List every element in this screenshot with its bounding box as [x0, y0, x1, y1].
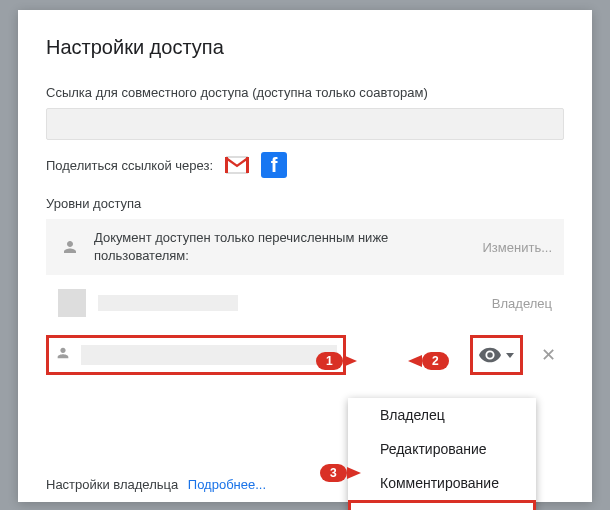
visibility-row: Документ доступен только перечисленным н… — [46, 219, 564, 275]
person-icon — [58, 235, 82, 259]
dialog-title: Настройки доступа — [46, 36, 564, 59]
owner-role-label: Владелец — [492, 296, 552, 311]
remove-button[interactable]: ✕ — [541, 344, 556, 366]
people-input-field[interactable] — [81, 345, 337, 365]
avatar — [58, 289, 86, 317]
permission-dropdown-menu: Владелец Редактирование Комментирование … — [348, 398, 536, 510]
menu-item-view[interactable]: ✓ Просмотр — [348, 500, 536, 510]
menu-item-comment[interactable]: Комментирование — [348, 466, 536, 500]
callout-2: 2 — [408, 352, 449, 370]
share-link-field[interactable] — [46, 108, 564, 140]
eye-icon — [479, 347, 501, 363]
owner-name-redacted — [98, 295, 238, 311]
learn-more-link[interactable]: Подробнее... — [188, 477, 266, 492]
callout-3: 3 — [320, 464, 361, 482]
person-icon — [55, 345, 73, 365]
chevron-down-icon — [506, 353, 514, 358]
visibility-text: Документ доступен только перечисленным н… — [94, 229, 483, 265]
gmail-icon[interactable] — [225, 156, 249, 174]
permission-dropdown-button[interactable] — [470, 335, 523, 375]
owner-row: Владелец — [46, 277, 564, 329]
callout-1: 1 — [316, 352, 357, 370]
facebook-icon[interactable]: f — [261, 152, 287, 178]
change-link[interactable]: Изменить... — [483, 240, 552, 255]
add-people-input[interactable] — [46, 335, 346, 375]
access-levels-label: Уровни доступа — [46, 196, 564, 211]
menu-item-edit[interactable]: Редактирование — [348, 432, 536, 466]
share-via-label: Поделиться ссылкой через: — [46, 158, 213, 173]
link-label: Ссылка для совместного доступа (доступна… — [46, 85, 564, 100]
add-people-row: ✕ — [46, 329, 564, 381]
menu-item-owner[interactable]: Владелец — [348, 398, 536, 432]
owner-settings-footer: Настройки владельца Подробнее... — [46, 477, 266, 492]
